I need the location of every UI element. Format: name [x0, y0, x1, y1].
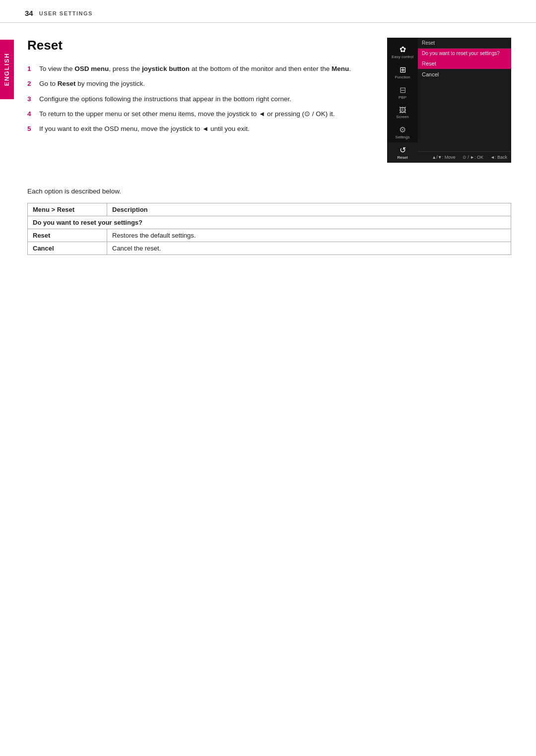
- osd-option-cancel[interactable]: Cancel: [418, 69, 511, 80]
- osd-option-reset[interactable]: Reset: [418, 58, 511, 69]
- osd-menu-settings[interactable]: ⚙ Settings: [387, 122, 418, 142]
- step-5-num: 5: [27, 124, 35, 134]
- pbp-icon: ⊟: [400, 86, 406, 94]
- step-1-num: 1: [27, 64, 35, 74]
- osd-menu-reset[interactable]: ↺ Reset: [387, 142, 418, 163]
- desc-intro: Each option is described below.: [27, 188, 511, 195]
- screen-icon: 🖼: [399, 107, 406, 114]
- osd-menu-icons: ✿ Easy control ⊞ Function ⊟ PBP 🖼 Screen…: [387, 38, 418, 163]
- page-section: USER SETTINGS: [39, 10, 93, 16]
- osd-panel: ✿ Easy control ⊞ Function ⊟ PBP 🖼 Screen…: [387, 38, 511, 163]
- col-menu-header: Menu > Reset: [28, 203, 107, 216]
- step-1-text: To view the OSD menu, press the joystick…: [39, 64, 351, 74]
- osd-footer-ok: ⊙ / ►: OK: [463, 155, 483, 160]
- reset-row-desc: Restores the default settings.: [107, 229, 511, 242]
- osd-option-reset-label: Reset: [422, 61, 436, 66]
- osd-main-panel: Reset Do you want to reset your settings…: [418, 38, 511, 163]
- col-desc-header: Description: [107, 203, 511, 216]
- steps-list: 1 To view the OSD menu, press the joysti…: [27, 64, 372, 134]
- osd-footer-back: ◄: Back: [490, 155, 507, 160]
- step-5-text: If you want to exit the OSD menu, move t…: [39, 124, 250, 134]
- osd-menu-screen[interactable]: 🖼 Screen: [387, 103, 418, 122]
- main-content: Reset 1 To view the OSD menu, press the …: [0, 23, 536, 178]
- step-4: 4 To return to the upper menu or set oth…: [27, 109, 372, 119]
- reset-row-menu: Reset: [28, 229, 107, 242]
- step-1: 1 To view the OSD menu, press the joysti…: [27, 64, 372, 74]
- pbp-label: PBP: [399, 95, 406, 100]
- settings-label: Settings: [396, 135, 410, 139]
- step-2-text: Go to Reset by moving the joystick.: [39, 79, 145, 89]
- step-3: 3 Configure the options following the in…: [27, 94, 372, 104]
- step-5: 5 If you want to exit the OSD menu, move…: [27, 124, 372, 134]
- osd-subtitle: Do you want to reset your settings?: [418, 49, 511, 58]
- table-row-reset: Reset Restores the default settings.: [28, 229, 511, 242]
- osd-spacer: [418, 80, 511, 151]
- step-3-num: 3: [27, 94, 35, 104]
- function-label: Function: [395, 75, 410, 79]
- osd-menu-function[interactable]: ⊞ Function: [387, 62, 418, 82]
- page-header: 34 USER SETTINGS: [0, 0, 536, 23]
- description-section: Each option is described below. Menu > R…: [0, 178, 536, 265]
- table-header-row: Menu > Reset Description: [28, 203, 511, 216]
- step-3-text: Configure the options following the inst…: [39, 94, 291, 104]
- reset-icon: ↺: [400, 146, 406, 154]
- easy-control-icon: ✿: [400, 46, 406, 54]
- settings-icon: ⚙: [399, 126, 406, 134]
- osd-top-bar: Reset: [418, 38, 511, 49]
- osd-top-bar-label: Reset: [422, 40, 435, 46]
- osd-menu-easy-control[interactable]: ✿ Easy control: [387, 42, 418, 62]
- osd-menu-pbp[interactable]: ⊟ PBP: [387, 82, 418, 103]
- table-span-row: Do you want to reset your settings?: [28, 216, 511, 229]
- text-column: Reset 1 To view the OSD menu, press the …: [27, 38, 372, 139]
- osd-footer: ▲/▼: Move ⊙ / ►: OK ◄: Back: [418, 151, 511, 163]
- step-4-num: 4: [27, 109, 35, 119]
- osd-subtitle-text: Do you want to reset your settings?: [422, 51, 500, 56]
- reset-menu-label: Reset: [398, 155, 408, 160]
- description-table: Menu > Reset Description Do you want to …: [27, 203, 511, 255]
- step-4-text: To return to the upper menu or set other…: [39, 109, 335, 119]
- page-title: Reset: [27, 38, 372, 53]
- screen-label: Screen: [396, 115, 408, 119]
- step-2: 2 Go to Reset by moving the joystick.: [27, 79, 372, 89]
- span-row-cell: Do you want to reset your settings?: [28, 216, 511, 229]
- page-number: 34: [25, 9, 33, 17]
- language-label: ENGLISH: [3, 53, 10, 86]
- cancel-row-desc: Cancel the reset.: [107, 242, 511, 255]
- easy-control-label: Easy control: [392, 55, 413, 59]
- table-row-cancel: Cancel Cancel the reset.: [28, 242, 511, 255]
- osd-sidebar: ✿ Easy control ⊞ Function ⊟ PBP 🖼 Screen…: [387, 38, 511, 163]
- function-icon: ⊞: [400, 66, 406, 74]
- language-tab: ENGLISH: [0, 40, 14, 99]
- osd-option-cancel-label: Cancel: [422, 71, 439, 77]
- step-2-num: 2: [27, 79, 35, 89]
- osd-footer-move: ▲/▼: Move: [432, 155, 455, 160]
- cancel-row-menu: Cancel: [28, 242, 107, 255]
